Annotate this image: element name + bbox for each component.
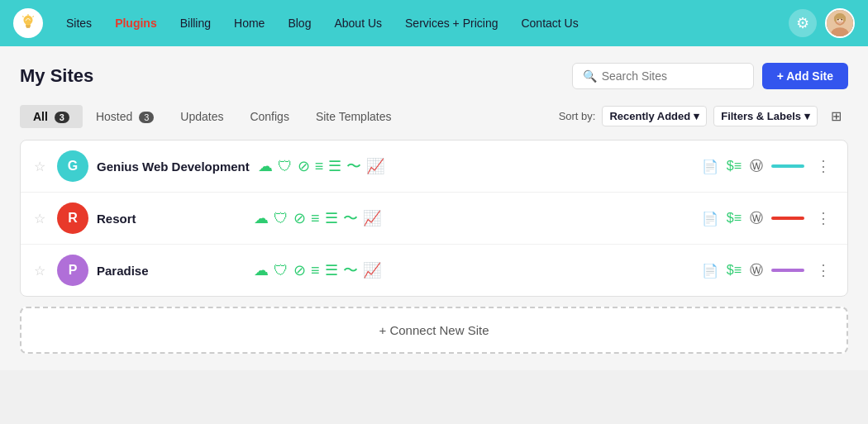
- star-icon[interactable]: ☆: [34, 263, 49, 279]
- site-meta-icons: 📄 $≡ Ⓦ: [702, 210, 763, 227]
- gear-icon[interactable]: ⚙: [789, 9, 817, 37]
- site-meta-icons: 📄 $≡ Ⓦ: [702, 158, 763, 175]
- site-avatar: P: [57, 255, 88, 286]
- site-meta-icons: 📄 $≡ Ⓦ: [702, 262, 763, 279]
- wp-icon: Ⓦ: [750, 210, 763, 227]
- svg-rect-1: [26, 27, 31, 28]
- shield-icon: 🛡: [278, 158, 293, 175]
- nav-sites[interactable]: Sites: [56, 12, 102, 35]
- db-icon: ≡: [315, 158, 324, 175]
- avatar[interactable]: [825, 8, 855, 38]
- tab-hosted[interactable]: Hosted 3: [83, 105, 167, 128]
- ban-icon: ⊘: [293, 209, 306, 227]
- nav-blog[interactable]: Blog: [278, 12, 321, 35]
- connect-site-button[interactable]: + Connect New Site: [20, 307, 848, 354]
- layers-icon: ☰: [325, 261, 338, 279]
- header-row: My Sites 🔍 + Add Site: [20, 63, 848, 89]
- billing-icon: $≡: [727, 159, 742, 174]
- tab-hosted-badge: 3: [139, 112, 154, 123]
- pages-icon: 📄: [702, 263, 718, 279]
- pages-icon: 📄: [702, 159, 718, 174]
- layers-icon: ☰: [328, 157, 341, 175]
- table-row: ☆ R Resort ☁ 🛡 ⊘ ≡ ☰ 〜 📈 📄 $≡ Ⓦ ⋮: [21, 193, 847, 245]
- nav-right: ⚙: [789, 8, 855, 38]
- star-icon[interactable]: ☆: [34, 159, 49, 174]
- table-row: ☆ P Paradise ☁ 🛡 ⊘ ≡ ☰ 〜 📈 📄 $≡ Ⓦ ⋮: [21, 245, 847, 296]
- filters-dropdown[interactable]: Filters & Labels ▾: [713, 106, 818, 126]
- db-icon: ≡: [311, 262, 320, 279]
- add-site-button[interactable]: + Add Site: [762, 63, 848, 89]
- site-status-icons: ☁ 🛡 ⊘ ≡ ☰ 〜 📈: [254, 260, 687, 280]
- search-box[interactable]: 🔍: [572, 63, 754, 89]
- more-options-icon[interactable]: ⋮: [813, 258, 834, 283]
- pulse-icon: 〜: [343, 208, 358, 228]
- shield-icon: 🛡: [274, 210, 289, 227]
- cloud-icon: ☁: [254, 261, 269, 279]
- site-status-icons: ☁ 🛡 ⊘ ≡ ☰ 〜 📈: [254, 208, 687, 228]
- sort-label: Sort by:: [559, 110, 596, 122]
- nav-about[interactable]: About Us: [324, 12, 392, 35]
- site-color-bar: [771, 269, 804, 272]
- nav-plugins[interactable]: Plugins: [105, 12, 167, 35]
- wp-icon: Ⓦ: [750, 158, 763, 175]
- tab-all-badge: 3: [55, 112, 69, 123]
- db-icon: ≡: [311, 210, 320, 227]
- chart-icon: 📈: [363, 209, 381, 227]
- grid-view-icon[interactable]: ⊞: [824, 104, 848, 128]
- nav-links: Sites Plugins Billing Home Blog About Us…: [56, 12, 782, 35]
- sort-dropdown[interactable]: Recently Added ▾: [602, 106, 707, 126]
- svg-line-4: [33, 17, 34, 17]
- pulse-icon: 〜: [346, 156, 361, 176]
- tab-configs[interactable]: Configs: [236, 105, 302, 128]
- svg-point-12: [834, 16, 837, 21]
- navbar: Sites Plugins Billing Home Blog About Us…: [0, 0, 868, 46]
- site-name[interactable]: Genius Web Development: [97, 160, 250, 174]
- shield-icon: 🛡: [274, 262, 289, 279]
- tabs-row: All 3 Hosted 3 Updates Configs Site Temp…: [20, 104, 848, 128]
- chart-icon: 📈: [363, 261, 381, 279]
- site-avatar: R: [57, 202, 88, 234]
- page-title: My Sites: [20, 65, 93, 87]
- site-color-bar: [771, 217, 804, 220]
- site-name[interactable]: Paradise: [97, 264, 246, 278]
- star-icon[interactable]: ☆: [34, 211, 49, 226]
- pages-icon: 📄: [702, 211, 718, 226]
- main-content: My Sites 🔍 + Add Site All 3 Hosted 3 Upd…: [0, 46, 868, 370]
- tab-all[interactable]: All 3: [20, 105, 83, 128]
- table-row: ☆ G Genius Web Development ☁ 🛡 ⊘ ≡ ☰ 〜 📈…: [21, 141, 847, 193]
- logo[interactable]: [13, 8, 43, 38]
- avatar-image: [827, 10, 853, 36]
- site-color-bar: [771, 164, 804, 168]
- sites-list: ☆ G Genius Web Development ☁ 🛡 ⊘ ≡ ☰ 〜 📈…: [20, 140, 848, 297]
- site-avatar: G: [57, 150, 88, 182]
- nav-home[interactable]: Home: [224, 12, 274, 35]
- svg-line-3: [23, 17, 24, 17]
- cloud-icon: ☁: [258, 157, 273, 175]
- search-input[interactable]: [602, 69, 743, 83]
- nav-billing[interactable]: Billing: [170, 12, 221, 35]
- nav-contact[interactable]: Contact Us: [511, 12, 588, 35]
- cloud-icon: ☁: [254, 209, 269, 227]
- billing-icon: $≡: [727, 263, 742, 278]
- billing-icon: $≡: [727, 211, 742, 226]
- tab-updates[interactable]: Updates: [167, 105, 236, 128]
- chart-icon: 📈: [366, 157, 384, 175]
- svg-point-13: [843, 16, 847, 21]
- nav-services[interactable]: Services + Pricing: [395, 12, 508, 35]
- site-name[interactable]: Resort: [97, 212, 246, 226]
- wp-icon: Ⓦ: [750, 262, 763, 279]
- ban-icon: ⊘: [293, 261, 306, 279]
- search-icon: 🔍: [583, 69, 597, 83]
- more-options-icon[interactable]: ⋮: [813, 154, 834, 179]
- layers-icon: ☰: [325, 209, 338, 227]
- header-actions: 🔍 + Add Site: [572, 63, 848, 89]
- more-options-icon[interactable]: ⋮: [813, 206, 834, 231]
- ban-icon: ⊘: [298, 157, 310, 175]
- site-status-icons: ☁ 🛡 ⊘ ≡ ☰ 〜 📈: [258, 156, 687, 176]
- svg-rect-0: [26, 26, 31, 26]
- pulse-icon: 〜: [343, 260, 358, 280]
- sort-section: Sort by: Recently Added ▾ Filters & Labe…: [559, 104, 848, 128]
- tab-site-templates[interactable]: Site Templates: [303, 105, 405, 128]
